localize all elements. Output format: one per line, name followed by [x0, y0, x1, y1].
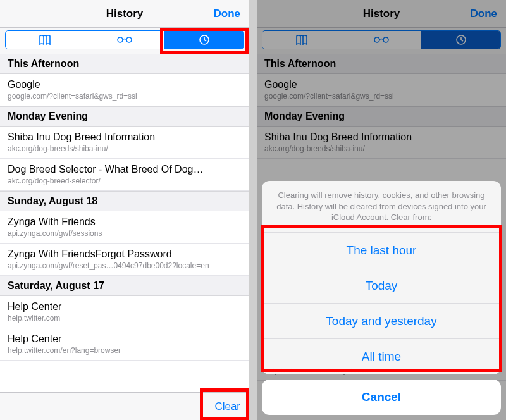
row-url: google.com/?client=safari&gws_rd=ssl — [8, 92, 242, 101]
row-url: akc.org/dog-breeds/shiba-inu/ — [8, 144, 242, 153]
row-title: Help Center — [8, 333, 242, 345]
tab-bookmarks[interactable] — [6, 31, 85, 49]
page-title: History — [106, 8, 144, 20]
clear-last-hour-option[interactable]: The last hour — [262, 233, 501, 268]
row-url: help.twitter.com/en?lang=browser — [8, 346, 242, 355]
svg-point-1 — [126, 37, 132, 42]
section-header: Sunday, August 18 — [0, 191, 249, 211]
glasses-icon — [116, 35, 133, 44]
row-title: Dog Breed Selector - What Breed Of Dog… — [8, 164, 242, 175]
book-icon — [38, 35, 52, 45]
navbar: History Done — [0, 0, 249, 28]
row-title: Zynga With Friends — [8, 216, 242, 228]
history-row[interactable]: Shiba Inu Dog Breed Information akc.org/… — [0, 127, 249, 159]
history-row[interactable]: Help Center help.twitter.com — [0, 296, 249, 328]
row-title: Zynga With FriendsForgot Password — [8, 249, 242, 260]
clear-all-time-option[interactable]: All time — [262, 339, 501, 374]
tab-history[interactable] — [164, 31, 244, 49]
history-row[interactable]: Google google.com/?client=safari&gws_rd=… — [0, 74, 249, 106]
clock-icon — [199, 34, 210, 46]
phone-right: History Done This Afternoon Google googl… — [257, 0, 506, 420]
clear-button[interactable]: Clear — [214, 393, 240, 420]
tabs-segmented — [5, 30, 244, 49]
history-row[interactable]: Zynga With Friends api.zynga.com/gwf/ses… — [0, 211, 249, 244]
bottom-toolbar: Clear — [0, 392, 249, 420]
cancel-button[interactable]: Cancel — [262, 380, 501, 415]
row-title: Help Center — [8, 301, 242, 312]
segmented-wrap — [0, 28, 249, 54]
action-sheet-message: Clearing will remove history, cookies, a… — [262, 181, 501, 233]
clear-today-yesterday-option[interactable]: Today and yesterday — [262, 304, 501, 339]
row-title: Google — [8, 79, 242, 90]
phone-left: History Done This Afternoon Google googl… — [0, 0, 249, 420]
history-row[interactable]: Zynga With FriendsForgot Password api.zy… — [0, 244, 249, 276]
clear-history-action-sheet: Clearing will remove history, cookies, a… — [262, 181, 501, 415]
svg-point-0 — [118, 37, 123, 42]
action-sheet-group: Clearing will remove history, cookies, a… — [262, 181, 501, 374]
tab-reading-list[interactable] — [85, 31, 165, 49]
side-by-side-screens: History Done This Afternoon Google googl… — [0, 0, 506, 420]
section-header: Saturday, August 17 — [0, 276, 249, 296]
history-row[interactable]: Dog Breed Selector - What Breed Of Dog… … — [0, 159, 249, 191]
row-url: help.twitter.com — [8, 314, 242, 323]
done-button[interactable]: Done — [214, 0, 241, 28]
section-header: Monday Evening — [0, 106, 249, 127]
row-url: api.zynga.com/gwf/reset_pas…0494c97dbe00… — [8, 261, 242, 270]
clear-today-option[interactable]: Today — [262, 268, 501, 304]
history-row[interactable]: Help Center help.twitter.com/en?lang=bro… — [0, 328, 249, 361]
row-title: Shiba Inu Dog Breed Information — [8, 132, 242, 143]
history-list: This Afternoon Google google.com/?client… — [0, 54, 249, 392]
section-header: This Afternoon — [0, 54, 249, 74]
row-url: akc.org/dog-breed-selector/ — [8, 176, 242, 185]
row-url: api.zynga.com/gwf/sessions — [8, 229, 242, 238]
